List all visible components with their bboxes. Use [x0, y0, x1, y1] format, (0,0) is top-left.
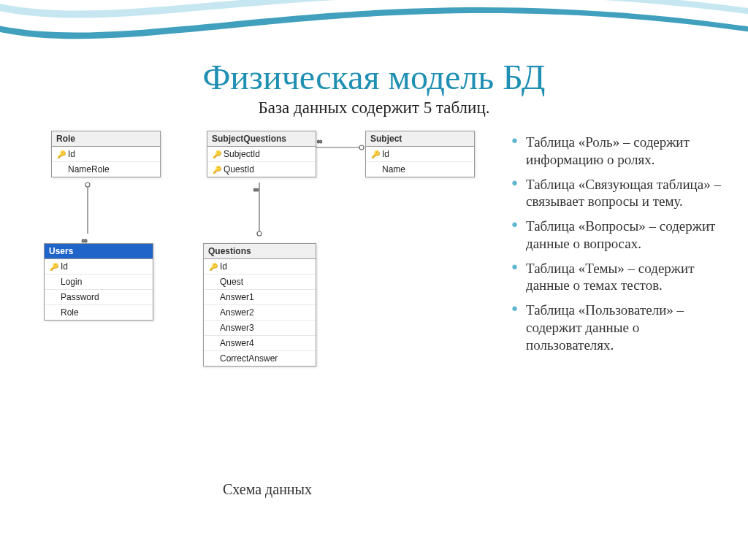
field-name: Answer3: [220, 323, 254, 333]
db-diagram: ∞ ∞ ∞ Role 🔑Id 🔑NameRole SubjectQuestion…: [44, 128, 504, 522]
svg-point-3: [359, 145, 364, 150]
table-subjectquestions: SubjectQuestions 🔑SubjectId 🔑QuestId: [207, 131, 316, 177]
table-row: 🔑Id: [366, 147, 474, 162]
table-row: 🔑Id: [52, 147, 160, 162]
table-row: 🔑Name: [366, 162, 474, 177]
field-name: Id: [382, 149, 389, 159]
pk-icon: 🔑: [49, 294, 59, 302]
field-name: CorrectAnswer: [220, 353, 278, 364]
table-subjectquestions-header: SubjectQuestions: [207, 131, 316, 147]
list-item: Таблица «Темы» – содержит данные о темах…: [511, 260, 730, 295]
table-subject-header: Subject: [366, 131, 474, 147]
slide-content: ∞ ∞ ∞ Role 🔑Id 🔑NameRole SubjectQuestion…: [0, 128, 748, 551]
table-row: 🔑Id: [45, 259, 153, 275]
field-name: Login: [61, 277, 82, 287]
field-name: QuestId: [224, 164, 254, 174]
list-item: Таблица «Связующая таблица» – связывает …: [511, 176, 730, 211]
table-row: 🔑Answer1: [204, 290, 316, 305]
svg-text:∞: ∞: [253, 185, 259, 193]
pk-icon: 🔑: [49, 309, 59, 317]
field-name: Quest: [220, 277, 243, 287]
pk-icon: 🔑: [56, 150, 66, 158]
pk-icon: 🔑: [208, 309, 218, 317]
table-users: Users 🔑Id 🔑Login 🔑Password 🔑Role: [44, 243, 153, 321]
table-row: 🔑Password: [45, 290, 153, 305]
table-questions: Questions 🔑Id 🔑Quest 🔑Answer1 🔑Answer2 🔑…: [203, 243, 316, 367]
pk-icon: 🔑: [49, 263, 59, 271]
list-item: Таблица «Роль» – содержит информацию о р…: [511, 134, 730, 169]
table-row: 🔑Id: [204, 259, 316, 275]
svg-point-0: [85, 183, 90, 187]
pk-icon: 🔑: [208, 278, 218, 286]
field-name: Answer4: [220, 338, 254, 348]
table-row: 🔑Login: [45, 275, 153, 290]
field-name: Id: [68, 149, 75, 159]
field-name: Id: [220, 261, 227, 272]
pk-icon: 🔑: [208, 294, 218, 302]
pk-icon: 🔑: [208, 340, 218, 348]
svg-text:∞: ∞: [317, 137, 322, 145]
table-role-header: Role: [52, 131, 160, 147]
pk-icon: 🔑: [56, 166, 66, 174]
field-name: SubjectId: [224, 149, 260, 159]
table-row: 🔑NameRole: [52, 162, 160, 177]
field-name: Role: [61, 307, 79, 318]
table-row: 🔑SubjectId: [207, 147, 316, 162]
table-row: 🔑Answer2: [204, 305, 316, 321]
pk-icon: 🔑: [208, 355, 218, 363]
pk-icon: 🔑: [208, 263, 218, 271]
field-name: Password: [61, 292, 99, 302]
page-title: Физическая модель БД: [0, 57, 748, 97]
field-name: Answer2: [220, 307, 254, 318]
pk-icon: 🔑: [208, 324, 218, 332]
field-name: Name: [382, 164, 405, 174]
table-row: 🔑Quest: [204, 275, 316, 290]
pk-icon: 🔑: [212, 150, 222, 158]
table-row: 🔑CorrectAnswer: [204, 351, 316, 366]
pk-icon: 🔑: [370, 166, 381, 174]
diagram-caption: Схема данных: [223, 481, 312, 498]
table-users-header: Users: [45, 244, 153, 259]
table-questions-header: Questions: [204, 244, 316, 259]
table-role: Role 🔑Id 🔑NameRole: [51, 131, 161, 177]
bullet-list: Таблица «Роль» – содержит информацию о р…: [511, 134, 730, 361]
field-name: Id: [61, 261, 68, 272]
table-row: 🔑Answer3: [204, 321, 316, 336]
svg-point-5: [257, 231, 262, 236]
pk-icon: 🔑: [370, 150, 381, 158]
field-name: Answer1: [220, 292, 254, 302]
table-row: 🔑Answer4: [204, 336, 316, 351]
table-subject: Subject 🔑Id 🔑Name: [365, 131, 475, 177]
list-item: Таблица «Вопросы» – содержит данные о во…: [511, 218, 730, 253]
table-row: 🔑Role: [45, 305, 153, 320]
table-row: 🔑QuestId: [207, 162, 316, 177]
pk-icon: 🔑: [49, 278, 59, 286]
field-name: NameRole: [68, 164, 110, 174]
pk-icon: 🔑: [212, 166, 222, 174]
list-item: Таблица «Пользователи» – содержит данные…: [511, 302, 730, 353]
page-subtitle: База данных содержит 5 таблиц.: [0, 99, 748, 118]
